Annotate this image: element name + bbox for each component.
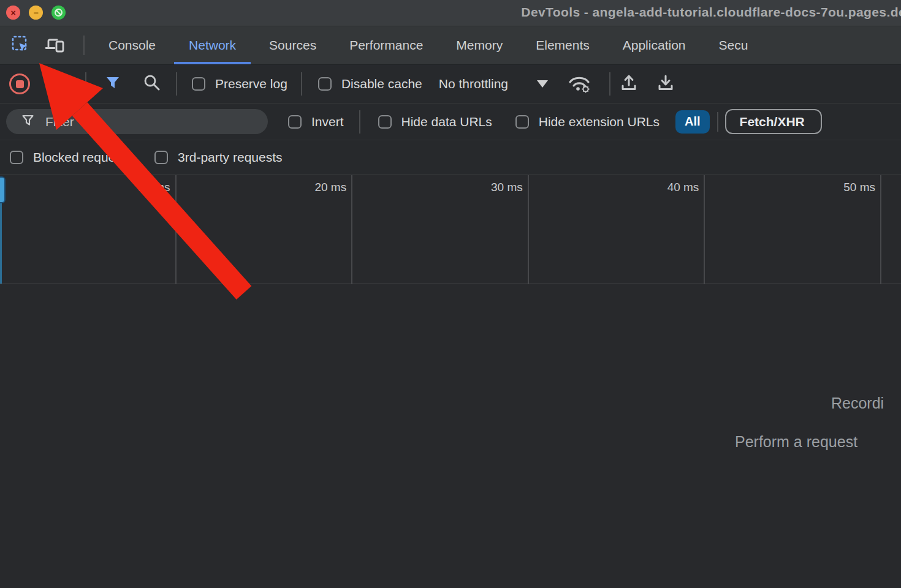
preserve-log-label: Preserve log — [215, 77, 287, 91]
device-toolbar-button[interactable] — [44, 35, 65, 56]
timeline-segment: 10 ms — [0, 175, 177, 284]
clear-button[interactable] — [50, 74, 68, 94]
tab-application[interactable]: Application — [606, 26, 702, 64]
tab-security[interactable]: Secu — [702, 26, 764, 64]
blocked-requests-label: Blocked requests — [33, 150, 132, 165]
clear-icon — [50, 74, 68, 94]
third-party-requests-label: 3rd-party requests — [178, 150, 282, 165]
hide-extension-urls-checkbox[interactable] — [515, 115, 529, 129]
filter-bar: Invert Hide data URLs Hide extension URL… — [0, 103, 901, 140]
hide-data-urls-checkbox[interactable] — [378, 115, 392, 129]
devtools-window: × − DevTools - angela-add-tutorial.cloud… — [0, 0, 901, 588]
import-har-button[interactable] — [619, 72, 639, 96]
filter-input[interactable] — [45, 115, 229, 129]
export-har-button[interactable] — [656, 72, 675, 96]
recording-status-text: Recordi — [831, 394, 884, 412]
tab-elements[interactable]: Elements — [519, 26, 606, 64]
hide-extension-urls-label: Hide extension URLs — [539, 115, 660, 129]
network-overview[interactable]: 10 ms 20 ms 30 ms 40 ms 50 ms — [0, 175, 901, 284]
timeline-marker: 50 ms — [843, 181, 875, 194]
requests-panel: Recordi Perform a request — [0, 284, 901, 588]
network-conditions-icon — [565, 72, 593, 96]
timeline-marker: 20 ms — [314, 181, 346, 194]
import-har-icon — [619, 72, 639, 96]
record-button[interactable] — [9, 74, 30, 94]
overview-left-edge — [0, 203, 2, 284]
toolbar-separator — [609, 72, 610, 96]
invert-label: Invert — [311, 115, 344, 129]
toolbar-separator — [301, 72, 302, 96]
window-title: DevTools - angela-add-tutorial.cloudflar… — [521, 5, 901, 20]
preserve-log-checkbox[interactable] — [192, 77, 205, 91]
traffic-lights: × − — [6, 6, 66, 20]
filter-field[interactable] — [6, 109, 268, 134]
timeline-marker: 40 ms — [667, 181, 699, 194]
record-stop-icon — [16, 80, 24, 88]
search-button[interactable] — [143, 74, 161, 94]
third-party-requests-checkbox[interactable] — [154, 151, 168, 164]
throttling-select[interactable]: No throttling — [439, 77, 508, 91]
timeline-segment: 30 ms — [352, 175, 529, 284]
devtools-tabbar: Console Network Sources Performance Memo… — [0, 26, 901, 64]
inspect-cursor-icon — [11, 35, 29, 56]
fullscreen-icon — [55, 9, 63, 17]
minimize-button[interactable]: − — [29, 6, 43, 20]
timeline-segment: 50 ms — [705, 175, 881, 284]
toolbar-separator — [85, 72, 86, 96]
invert-checkbox[interactable] — [288, 115, 302, 129]
device-toolbar-icon — [44, 35, 65, 56]
fullscreen-button[interactable] — [51, 6, 66, 20]
filterbar-separator — [717, 112, 718, 132]
overview-left-handle[interactable] — [0, 176, 6, 203]
blocked-requests-checkbox[interactable] — [10, 151, 23, 164]
filter-chip-all[interactable]: All — [675, 110, 710, 134]
tab-memory[interactable]: Memory — [439, 26, 519, 64]
search-icon — [143, 74, 161, 94]
inspect-element-button[interactable] — [11, 35, 29, 56]
disable-cache-label: Disable cache — [341, 77, 422, 91]
export-har-icon — [656, 72, 675, 96]
titlebar: × − DevTools - angela-add-tutorial.cloud… — [0, 0, 901, 26]
options-bar: Blocked requests 3rd-party requests — [0, 140, 901, 175]
timeline-segment: 40 ms — [529, 175, 705, 284]
network-conditions-button[interactable] — [565, 72, 593, 96]
close-button[interactable]: × — [6, 6, 20, 20]
filter-funnel-icon — [21, 113, 35, 130]
tab-performance[interactable]: Performance — [333, 26, 439, 64]
filter-chip-fetch-xhr[interactable]: Fetch/XHR — [725, 109, 822, 134]
timeline-marker: 30 ms — [491, 181, 523, 194]
timeline-segment — [881, 175, 901, 284]
tabbar-separator — [83, 36, 85, 55]
disable-cache-checkbox[interactable] — [318, 77, 332, 91]
chevron-down-icon[interactable] — [537, 80, 548, 88]
hide-data-urls-label: Hide data URLs — [401, 115, 492, 129]
toolbar-separator — [176, 72, 177, 96]
timeline-segment: 20 ms — [177, 175, 353, 284]
timeline-marker: 10 ms — [139, 181, 170, 194]
filter-toggle-button[interactable] — [105, 75, 121, 92]
network-toolbar: Preserve log Disable cache No throttling — [0, 64, 901, 103]
filterbar-separator — [359, 110, 360, 134]
tab-console[interactable]: Console — [92, 26, 172, 64]
filter-funnel-icon — [105, 75, 121, 92]
timeline-grid: 10 ms 20 ms 30 ms 40 ms 50 ms — [0, 175, 901, 284]
tab-network[interactable]: Network — [172, 26, 253, 64]
tab-sources[interactable]: Sources — [253, 26, 333, 64]
empty-state-hint-text: Perform a request — [735, 433, 857, 451]
